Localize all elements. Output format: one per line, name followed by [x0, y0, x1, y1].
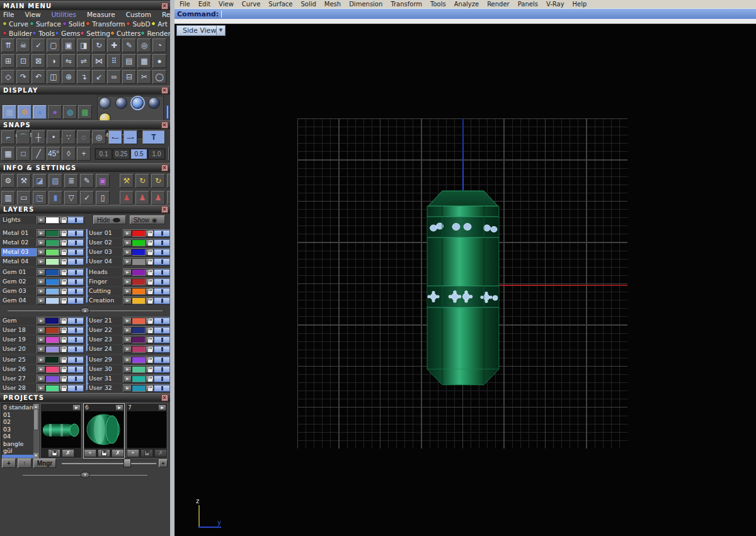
layer-expand-button[interactable]: ▶ [123, 269, 132, 276]
lock-icon[interactable] [59, 278, 67, 285]
layer-color-swatch[interactable] [132, 366, 146, 373]
box-plane-icon[interactable]: ◪ [33, 174, 47, 188]
layer-color-swatch[interactable] [132, 230, 146, 237]
lock-icon[interactable] [59, 346, 67, 353]
mirror2-icon[interactable]: ⊟ [122, 70, 136, 84]
panel-icon[interactable]: ▯ [96, 191, 110, 205]
ring-icon[interactable]: ◯ [152, 70, 166, 84]
lock-icon[interactable] [59, 230, 67, 237]
layer-label[interactable]: User 29 [88, 356, 123, 364]
category-menu-item[interactable]: Gems [55, 30, 80, 37]
layer-expand-button[interactable]: ▶ [37, 366, 45, 373]
layer-label[interactable]: Gem 01 [1, 268, 37, 277]
lock-icon[interactable] [146, 269, 154, 276]
layer-expand-button[interactable]: ▶ [37, 217, 45, 224]
menu-item[interactable]: File [3, 11, 14, 18]
scroll-thumb[interactable] [33, 409, 38, 430]
layer-label[interactable]: Cutting [88, 287, 123, 295]
category-menu-item[interactable]: Curve [3, 20, 28, 28]
layer-current-button[interactable] [67, 258, 84, 265]
layer-color-swatch[interactable] [45, 375, 59, 382]
layer-color-swatch[interactable] [45, 258, 59, 265]
lock-icon[interactable] [146, 336, 154, 343]
view-tab-dropdown[interactable]: ▼ [216, 25, 226, 36]
zoom-slider-track[interactable] [62, 463, 156, 464]
builder-hammer-icon[interactable]: ⚒ [120, 174, 134, 188]
layer-color-swatch[interactable] [132, 288, 146, 295]
layer-expand-button[interactable]: ▶ [123, 346, 132, 353]
delete-icon[interactable]: ✗ [112, 449, 124, 457]
close-icon[interactable]: × [161, 206, 168, 213]
close-icon[interactable]: × [161, 87, 168, 94]
layer-label[interactable]: User 32 [88, 384, 123, 392]
layer-color-swatch[interactable] [45, 346, 59, 353]
layer-current-button[interactable] [67, 375, 84, 382]
scroll-up-icon[interactable]: ▲ [33, 404, 38, 409]
layer-current-button[interactable] [67, 317, 84, 324]
panel-separator[interactable] [170, 0, 175, 536]
layer-label[interactable]: User 18 [1, 326, 37, 334]
move-cross-icon[interactable]: ⊕ [62, 70, 76, 84]
check-icon[interactable]: ✓ [32, 38, 45, 52]
rhino-menu-item[interactable]: Dimension [349, 1, 382, 8]
project-tile-3[interactable]: 7 ▶ + ✗ [126, 403, 168, 459]
grid-snap-button[interactable]: ╬ [168, 147, 169, 161]
layer-color-swatch[interactable] [132, 385, 146, 392]
bangle-model[interactable] [426, 189, 500, 386]
delete-icon[interactable]: ✗ [154, 449, 167, 457]
layer-expand-button[interactable]: ▶ [37, 258, 45, 265]
layer-label[interactable]: User 27 [1, 375, 37, 383]
trim-icon[interactable]: ✂ [137, 70, 151, 84]
lock-icon[interactable] [146, 278, 154, 285]
layer-label[interactable]: User 24 [88, 345, 123, 353]
snap-point-icon[interactable]: ┼ [32, 130, 45, 144]
layer-color-swatch[interactable] [45, 385, 59, 392]
snap-end-icon[interactable]: ⌐ [1, 130, 15, 144]
layer-expand-button[interactable]: ▶ [123, 230, 132, 237]
layer-label[interactable]: User 22 [88, 326, 123, 334]
box-edit-icon[interactable]: ▣ [62, 38, 76, 52]
layer-expand-button[interactable]: ▶ [123, 258, 132, 265]
layer-color-swatch[interactable] [45, 327, 59, 334]
arc-icon[interactable]: ↷ [16, 70, 30, 84]
layer-label[interactable]: User 01 [88, 229, 123, 237]
wire-cube-icon[interactable]: ◳ [33, 191, 47, 205]
layer-color-swatch[interactable] [132, 249, 146, 256]
rhino-menu-item[interactable]: Edit [198, 1, 210, 8]
menu-item[interactable]: Measure [87, 11, 115, 18]
category-menu-item[interactable]: Surface [30, 20, 61, 28]
layer-color-swatch[interactable] [45, 297, 59, 304]
layer-color-swatch[interactable] [132, 356, 146, 363]
lock-icon[interactable] [59, 317, 67, 324]
layer-expand-button[interactable]: ▶ [123, 249, 132, 256]
lock-icon[interactable] [146, 258, 154, 265]
cplane-icon[interactable]: ◊ [62, 147, 76, 161]
layer-expand-button[interactable]: ▶ [123, 327, 132, 334]
layer-current-button[interactable] [67, 366, 84, 373]
snap-mid-icon[interactable]: ∵ [62, 130, 76, 144]
zoom-slider-thumb[interactable] [123, 459, 131, 467]
snap-increment-button[interactable]: 0.5 [130, 149, 147, 159]
curve-circle-icon[interactable]: ◎ [137, 38, 151, 52]
project-list-scrollbar[interactable]: ▲ ▼ [33, 404, 38, 458]
lock-icon[interactable] [59, 327, 67, 334]
layer-expand-button[interactable]: ▶ [123, 336, 132, 343]
layer-current-button[interactable] [67, 297, 84, 304]
lock-icon[interactable] [146, 385, 154, 392]
layer-current-button[interactable] [154, 356, 170, 363]
box-icon[interactable]: ▢ [47, 38, 60, 52]
layer-color-swatch[interactable] [132, 336, 146, 343]
category-menu-item[interactable]: Tools [32, 30, 55, 37]
layer-label[interactable]: Gem 02 [1, 278, 37, 286]
layer-current-button[interactable] [67, 239, 84, 246]
close-icon[interactable]: × [161, 122, 168, 128]
layer-color-swatch[interactable] [132, 375, 146, 382]
lock-icon[interactable] [59, 249, 67, 256]
layer-expand-button[interactable]: ▶ [37, 288, 45, 295]
tile-play-button[interactable]: ▶ [158, 404, 166, 411]
category-menu-item[interactable]: Setting [80, 30, 110, 37]
project-tile-2[interactable]: 6 ▶ + ✗ [83, 403, 125, 459]
layer-current-button[interactable] [154, 385, 170, 392]
material-dark-sphere[interactable] [99, 97, 111, 109]
layer-expand-button[interactable]: ▶ [37, 297, 45, 304]
